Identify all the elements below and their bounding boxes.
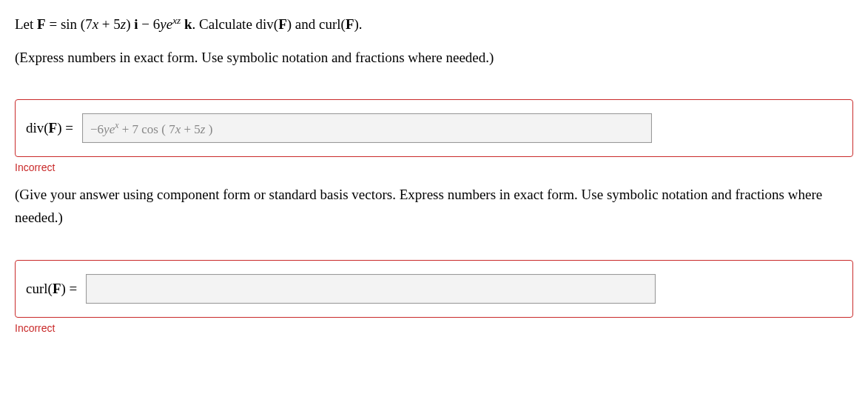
vector-F: F <box>53 281 61 296</box>
instructions-1: (Express numbers in exact form. Use symb… <box>15 47 853 69</box>
vector-F: F <box>346 16 354 32</box>
text: . Calculate div( <box>192 16 279 32</box>
text: ) <box>126 16 134 32</box>
text: Let <box>15 16 37 32</box>
div-answer-value: −6yex + 7 cos ( 7x + 5z ) <box>90 120 212 137</box>
text: div( <box>26 120 49 136</box>
text: ) = <box>57 120 73 136</box>
div-label: div(F) = <box>26 120 73 136</box>
var-e: e <box>166 16 172 32</box>
incorrect-label-1: Incorrect <box>15 161 853 173</box>
vector-F: F <box>37 16 46 32</box>
vector-F: F <box>49 120 58 136</box>
exponent-xz: xz <box>172 15 181 26</box>
text: = sin (7 <box>46 16 92 32</box>
text: ). <box>354 16 363 32</box>
vector-F: F <box>278 16 287 32</box>
div-answer-box: div(F) = −6yex + 7 cos ( 7x + 5z ) <box>15 99 853 157</box>
div-answer-input[interactable]: −6yex + 7 cos ( 7x + 5z ) <box>82 113 652 143</box>
text: ) and curl( <box>287 16 346 32</box>
curl-label: curl(F) = <box>26 281 77 297</box>
text: curl( <box>26 281 53 296</box>
instructions-2: (Give your answer using component form o… <box>15 184 853 229</box>
curl-answer-box: curl(F) = <box>15 260 853 318</box>
text: ) = <box>61 281 77 296</box>
curl-answer-input[interactable] <box>86 274 656 304</box>
problem-statement: Let F = sin (7x + 5z) i − 6yexz k. Calcu… <box>15 13 853 36</box>
incorrect-label-2: Incorrect <box>15 322 853 334</box>
text: − 6 <box>138 16 161 32</box>
var-y: y <box>160 16 166 32</box>
var-x: x <box>92 16 98 32</box>
vector-k: k <box>184 16 192 32</box>
text: + 5 <box>98 16 121 32</box>
